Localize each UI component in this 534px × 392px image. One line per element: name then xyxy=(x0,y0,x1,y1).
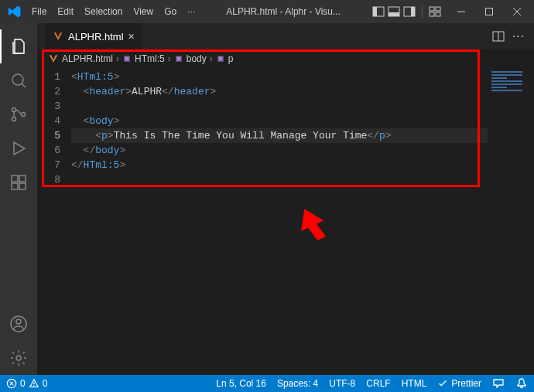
tab-alphr-html[interactable]: ALPHR.html × xyxy=(45,23,143,49)
tab-label: ALPHR.html xyxy=(68,31,124,43)
svg-rect-19 xyxy=(12,176,18,182)
panel-bottom-icon[interactable] xyxy=(388,5,400,18)
menu-more[interactable]: ··· xyxy=(182,6,200,17)
close-window-button[interactable] xyxy=(503,0,531,23)
status-spaces[interactable]: Spaces: 4 xyxy=(277,378,318,389)
breadcrumb[interactable]: ALPHR.html › HTml:5 › body › p xyxy=(37,49,534,68)
account-icon[interactable] xyxy=(0,307,37,341)
svg-rect-11 xyxy=(486,9,493,15)
menu-selection[interactable]: Selection xyxy=(79,6,128,17)
menu-view[interactable]: View xyxy=(128,6,159,17)
settings-gear-icon[interactable] xyxy=(0,341,37,375)
symbol-icon xyxy=(174,54,183,63)
status-language[interactable]: HTML xyxy=(402,378,427,389)
editor-area: ALPHR.html × ··· ALPHR.html › HTml:5 › b… xyxy=(37,23,534,375)
tab-close-icon[interactable]: × xyxy=(128,30,135,43)
svg-rect-7 xyxy=(436,7,440,11)
layout-controls xyxy=(372,5,441,18)
status-eol[interactable]: CRLF xyxy=(366,378,390,389)
menu-file[interactable]: File xyxy=(26,6,52,17)
maximize-button[interactable] xyxy=(475,0,503,23)
svg-point-24 xyxy=(16,319,21,324)
panel-right-icon[interactable] xyxy=(403,5,416,18)
svg-point-17 xyxy=(12,118,16,121)
svg-rect-6 xyxy=(430,7,434,11)
svg-rect-21 xyxy=(19,183,26,189)
svg-line-15 xyxy=(22,84,26,87)
breadcrumb-p: p xyxy=(228,53,234,64)
breadcrumb-body: body xyxy=(187,53,207,64)
menu-edit[interactable]: Edit xyxy=(52,6,79,17)
svg-rect-9 xyxy=(436,12,440,16)
line-gutter: 1 2 3 4 5 6 7 8 xyxy=(37,68,71,187)
code-content[interactable]: <HTml:5> <header>ALPHR</header> <body> <… xyxy=(71,68,488,187)
html-file-icon xyxy=(53,31,63,42)
error-icon xyxy=(6,378,17,389)
svg-point-14 xyxy=(12,74,23,85)
svg-point-25 xyxy=(16,356,21,360)
split-editor-icon[interactable] xyxy=(492,30,505,43)
breadcrumb-file: ALPHR.html xyxy=(62,53,113,64)
menu-go[interactable]: Go xyxy=(159,6,182,17)
status-prettier[interactable]: Prettier xyxy=(437,378,481,389)
svg-point-16 xyxy=(12,108,16,112)
code-editor[interactable]: 1 2 3 4 5 6 7 8 <HTml:5> <header>ALPHR</… xyxy=(37,68,534,187)
source-control-icon[interactable] xyxy=(0,97,37,131)
activity-bar xyxy=(0,23,37,375)
warning-icon xyxy=(29,378,39,389)
symbol-icon xyxy=(122,54,132,63)
symbol-icon xyxy=(216,54,225,63)
status-cursor-position[interactable]: Ln 5, Col 16 xyxy=(216,378,266,389)
breadcrumb-html5: HTml:5 xyxy=(135,53,165,64)
check-icon xyxy=(437,378,448,389)
panel-left-icon[interactable] xyxy=(372,5,385,18)
feedback-icon[interactable] xyxy=(492,377,505,390)
svg-rect-8 xyxy=(430,12,434,16)
svg-rect-5 xyxy=(411,7,415,16)
svg-point-18 xyxy=(22,113,26,117)
annotation-cursor-arrow xyxy=(297,207,328,246)
editor-tabs: ALPHR.html × ··· xyxy=(37,23,534,49)
svg-rect-22 xyxy=(19,176,26,182)
bell-icon[interactable] xyxy=(515,377,528,390)
run-debug-icon[interactable] xyxy=(0,131,37,165)
svg-rect-1 xyxy=(373,7,377,16)
vscode-logo-icon xyxy=(8,5,22,19)
status-problems[interactable]: 0 0 xyxy=(6,378,47,389)
svg-rect-3 xyxy=(389,12,399,16)
titlebar: File Edit Selection View Go ··· ALPHR.ht… xyxy=(0,0,534,23)
search-icon[interactable] xyxy=(0,63,37,97)
editor-more-icon[interactable]: ··· xyxy=(512,29,525,43)
explorer-icon[interactable] xyxy=(0,29,37,63)
layout-grid-icon[interactable] xyxy=(429,5,441,18)
minimize-button[interactable] xyxy=(447,0,475,23)
window-title: ALPHR.html - Alphr - Visu... xyxy=(200,6,366,17)
minimap[interactable] xyxy=(488,68,534,187)
html-file-icon xyxy=(48,53,59,64)
status-encoding[interactable]: UTF-8 xyxy=(329,378,355,389)
status-bar: 0 0 Ln 5, Col 16 Spaces: 4 UTF-8 CRLF HT… xyxy=(0,375,534,392)
svg-rect-20 xyxy=(12,183,18,189)
svg-point-32 xyxy=(33,385,34,386)
extensions-icon[interactable] xyxy=(0,165,37,199)
